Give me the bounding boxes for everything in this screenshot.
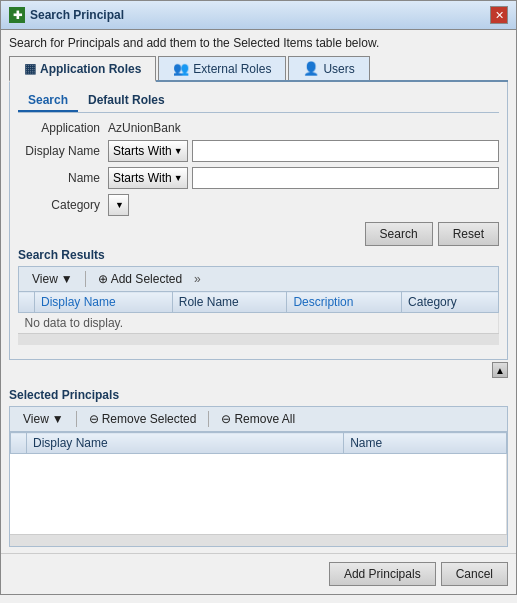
category-dropdown[interactable]: ▼ (108, 194, 129, 216)
remove-selected-icon: ⊖ (89, 412, 99, 426)
display-name-input[interactable] (192, 140, 499, 162)
chevron-down-icon-3: ▼ (115, 200, 124, 210)
external-roles-icon: 👥 (173, 61, 189, 76)
subtab-search-label: Search (28, 93, 68, 107)
chevron-down-icon: ▼ (174, 146, 183, 156)
add-selected-button[interactable]: ⊕ Add Selected (89, 269, 191, 289)
display-name-operator-value: Starts With (113, 144, 172, 158)
col-category[interactable]: Category (402, 292, 499, 313)
title-bar-left: ✚ Search Principal (9, 7, 124, 23)
add-selected-icon: ⊕ (98, 272, 108, 286)
category-row: Category ▼ (18, 194, 499, 216)
action-buttons: Search Reset (18, 222, 499, 246)
display-name-operator-dropdown[interactable]: Starts With ▼ (108, 140, 188, 162)
application-label: Application (18, 121, 108, 135)
no-data-text: No data to display. (19, 313, 499, 334)
tab-application-roles-label: Application Roles (40, 62, 141, 76)
search-button[interactable]: Search (365, 222, 433, 246)
search-subtabs: Search Default Roles (18, 90, 499, 113)
application-row: Application AzUnionBank (18, 121, 499, 135)
search-horizontal-scrollbar[interactable] (18, 333, 499, 345)
view-label: View (32, 272, 58, 286)
remove-selected-label: Remove Selected (102, 412, 197, 426)
scroll-right-icon: » (191, 272, 204, 286)
subtab-default-roles[interactable]: Default Roles (78, 90, 175, 112)
name-operator-dropdown[interactable]: Starts With ▼ (108, 167, 188, 189)
tab-application-roles[interactable]: ▦ Application Roles (9, 56, 156, 82)
check-col-header (19, 292, 35, 313)
selected-view-button[interactable]: View ▼ (14, 409, 73, 429)
selected-view-label: View (23, 412, 49, 426)
scroll-up-area: ▲ (9, 362, 508, 378)
remove-all-button[interactable]: ⊖ Remove All (212, 409, 304, 429)
remove-selected-button[interactable]: ⊖ Remove Selected (80, 409, 206, 429)
search-results-title: Search Results (18, 248, 499, 262)
display-name-label: Display Name (18, 144, 108, 158)
no-data-row: No data to display. (19, 313, 499, 334)
dialog-icon: ✚ (9, 7, 25, 23)
search-principal-dialog: ✚ Search Principal ✕ Search for Principa… (0, 0, 517, 595)
selected-check-col (11, 433, 27, 454)
selected-view-chevron-icon: ▼ (52, 412, 64, 426)
search-results-section: Search Results View ▼ ⊕ Add Selected » (18, 248, 499, 345)
close-button[interactable]: ✕ (490, 6, 508, 24)
tab-external-roles-label: External Roles (193, 62, 271, 76)
col-display-name[interactable]: Display Name (35, 292, 173, 313)
col-description[interactable]: Description (287, 292, 402, 313)
selected-col-name[interactable]: Name (344, 433, 507, 454)
tab-users[interactable]: 👤 Users (288, 56, 369, 80)
application-value: AzUnionBank (108, 121, 181, 135)
app-roles-icon: ▦ (24, 61, 36, 76)
scroll-up-button[interactable]: ▲ (492, 362, 508, 378)
users-icon: 👤 (303, 61, 319, 76)
add-principals-button[interactable]: Add Principals (329, 562, 436, 586)
selected-toolbar-separator (76, 411, 77, 427)
reset-button[interactable]: Reset (438, 222, 499, 246)
selected-principals-section: Selected Principals View ▼ ⊖ Remove Sele… (9, 388, 508, 547)
search-panel: Search Default Roles Application AzUnion… (9, 82, 508, 360)
toolbar-separator (85, 271, 86, 287)
name-operator-value: Starts With (113, 171, 172, 185)
add-selected-label: Add Selected (111, 272, 182, 286)
remove-all-icon: ⊖ (221, 412, 231, 426)
dialog-title: Search Principal (30, 8, 124, 22)
selected-toolbar-separator-2 (208, 411, 209, 427)
tab-external-roles[interactable]: 👥 External Roles (158, 56, 286, 80)
tab-users-label: Users (323, 62, 354, 76)
cancel-button[interactable]: Cancel (441, 562, 508, 586)
dialog-body: Search for Principals and add them to th… (1, 30, 516, 553)
selected-principals-title: Selected Principals (9, 388, 508, 402)
display-name-row: Display Name Starts With ▼ (18, 140, 499, 162)
search-results-wrapper: Display Name Role Name Description Categ… (18, 291, 499, 345)
name-label: Name (18, 171, 108, 185)
bottom-bar: Add Principals Cancel (1, 553, 516, 594)
title-bar: ✚ Search Principal ✕ (1, 1, 516, 30)
name-input[interactable] (192, 167, 499, 189)
subtab-default-roles-label: Default Roles (88, 93, 165, 107)
col-role-name[interactable]: Role Name (172, 292, 287, 313)
remove-all-label: Remove All (234, 412, 295, 426)
main-tabs: ▦ Application Roles 👥 External Roles 👤 U… (9, 56, 508, 82)
selected-principals-table-wrapper: Display Name Name (10, 432, 507, 534)
chevron-down-icon-2: ▼ (174, 173, 183, 183)
selected-col-display-name[interactable]: Display Name (27, 433, 344, 454)
search-results-toolbar: View ▼ ⊕ Add Selected » (18, 266, 499, 291)
dialog-description: Search for Principals and add them to th… (9, 36, 508, 50)
search-results-table-scroll[interactable]: Display Name Role Name Description Categ… (18, 291, 499, 333)
subtab-search[interactable]: Search (18, 90, 78, 112)
name-row: Name Starts With ▼ (18, 167, 499, 189)
category-label: Category (18, 198, 108, 212)
view-chevron-icon: ▼ (61, 272, 73, 286)
selected-empty-row (11, 454, 507, 534)
selected-horizontal-scrollbar[interactable] (10, 534, 507, 546)
view-button[interactable]: View ▼ (23, 269, 82, 289)
search-results-table: Display Name Role Name Description Categ… (18, 291, 499, 333)
selected-principals-toolbar: View ▼ ⊖ Remove Selected ⊖ Remove All (9, 406, 508, 431)
selected-principals-table: Display Name Name (10, 432, 507, 534)
selected-principals-container: Display Name Name (9, 431, 508, 547)
